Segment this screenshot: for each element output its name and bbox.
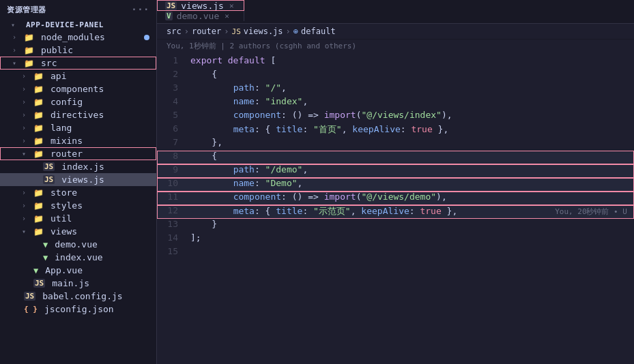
breadcrumb-router: router <box>192 27 221 36</box>
tree-item-label: lang <box>51 123 72 133</box>
tree-item-api[interactable]: ›📁api <box>0 70 156 82</box>
token: : () => <box>281 110 324 120</box>
line-number: 12 <box>157 205 188 215</box>
tree-item-node_modules[interactable]: ›📁node_modules <box>0 31 156 44</box>
project-root[interactable]: ▾ APP-DEVICE-PANEL <box>0 19 156 31</box>
token: : <box>302 124 313 134</box>
token <box>190 96 233 106</box>
line-content: path: "/demo", <box>188 164 634 175</box>
chevron-icon: › <box>22 124 30 132</box>
tree-item-jsconfig_json[interactable]: { }jsconfig.json <box>0 303 156 316</box>
tab-type-icon: JS <box>165 1 177 10</box>
tree-item-main_js[interactable]: JSmain.js <box>0 277 156 290</box>
line-content: }, <box>188 137 634 147</box>
token: }, <box>433 124 448 134</box>
token: component <box>233 110 281 120</box>
code-line: 14]; <box>157 232 634 246</box>
line-content: meta: { title: "首页", keepAlive: true }, <box>188 123 634 136</box>
tree-item-src[interactable]: ▾📁src <box>0 57 156 70</box>
token <box>190 124 233 134</box>
tab-views_js[interactable]: JS views.js ✕ <box>157 0 244 11</box>
token: keepAlive <box>352 124 400 134</box>
tree-item-views[interactable]: ▾📁views <box>0 225 156 238</box>
folder-icon: 📁 <box>33 227 44 237</box>
tree-item-label: demo.vue <box>55 239 98 249</box>
token: }, <box>442 206 457 216</box>
chevron-icon: › <box>22 98 30 106</box>
token: : <box>255 164 265 175</box>
tree-item-babel_config[interactable]: JSbabel.config.js <box>0 290 156 303</box>
token: name <box>233 96 255 106</box>
token <box>190 164 233 175</box>
tree-item-views_index[interactable]: ▼index.vue <box>0 251 156 264</box>
more-icon[interactable]: ··· <box>131 4 149 15</box>
tree-item-router_views[interactable]: JSviews.js <box>0 173 156 186</box>
tree-item-label: config <box>51 97 83 107</box>
token: true <box>411 124 432 134</box>
breadcrumb-symbol: default <box>301 27 336 36</box>
folder-icon: 📁 <box>33 110 44 120</box>
chevron-icon: › <box>12 46 20 54</box>
token: : () => <box>281 192 324 202</box>
token: : <box>255 178 265 188</box>
sidebar: 资源管理器 ··· ▾ APP-DEVICE-PANEL ›📁node_modu… <box>0 0 157 364</box>
tab-demo_vue[interactable]: V demo.vue ✕ <box>157 11 244 21</box>
tree-item-directives[interactable]: ›📁directives <box>0 108 156 121</box>
tree-item-public[interactable]: ›📁public <box>0 44 156 57</box>
folder-icon: 📁 <box>33 136 44 146</box>
tree-item-router[interactable]: ▾📁router <box>0 147 156 160</box>
tab-type-icon: V <box>165 12 173 20</box>
tree-item-label: store <box>51 187 77 198</box>
tree-item-router_index[interactable]: JSindex.js <box>0 160 156 173</box>
tab-close-icon[interactable]: ✕ <box>223 11 231 21</box>
token: export <box>190 55 222 65</box>
tree-item-styles[interactable]: ›📁styles <box>0 199 156 212</box>
tree-item-label: App.vue <box>45 265 83 275</box>
token <box>190 178 233 188</box>
chevron-icon: › <box>22 215 30 222</box>
line-number: 14 <box>157 232 188 243</box>
tab-label: views.js <box>181 1 224 11</box>
tree-item-util[interactable]: ›📁util <box>0 212 156 225</box>
line-content: ]; <box>188 232 634 243</box>
token <box>222 55 228 65</box>
token: "首页" <box>313 124 342 134</box>
tree-item-label: node_modules <box>41 32 105 42</box>
token: , <box>351 206 362 216</box>
tab-label: demo.vue <box>177 11 220 21</box>
tree-item-config[interactable]: ›📁config <box>0 95 156 108</box>
code-line: 2 { <box>157 69 634 82</box>
editor-area: JS views.js ✕ V demo.vue ✕ src › router … <box>157 0 634 364</box>
code-line: 12 meta: { title: "示范页", keepAlive: true… <box>157 205 634 219</box>
folder-icon: 📁 <box>33 188 44 198</box>
chevron-icon: ▾ <box>22 150 30 157</box>
tree-item-label: jsconfig.json <box>44 304 114 314</box>
token: : <box>401 124 412 134</box>
chevron-icon: ▾ <box>22 228 30 235</box>
token: : <box>255 96 265 106</box>
tree-items: ›📁node_modules›📁public▾📁src›📁api›📁compon… <box>0 31 156 316</box>
code-line: 5 component: () => import("@/views/index… <box>157 110 634 123</box>
tab-close-icon[interactable]: ✕ <box>228 1 235 11</box>
tree-item-lang[interactable]: ›📁lang <box>0 121 156 134</box>
tree-item-components[interactable]: ›📁components <box>0 82 156 95</box>
token: } <box>190 219 217 229</box>
tree-item-views_demo[interactable]: ▼demo.vue <box>0 238 156 251</box>
line-number: 9 <box>157 164 188 175</box>
line-number: 1 <box>157 55 188 65</box>
token: ( <box>356 110 362 120</box>
chevron-icon: › <box>22 202 30 209</box>
token: "/demo" <box>265 164 303 175</box>
tree-item-App_vue[interactable]: ▼App.vue <box>0 264 156 277</box>
code-editor[interactable]: 1export default [2 {3 path: "/",4 name: … <box>157 52 634 364</box>
tree-item-store[interactable]: ›📁store <box>0 186 156 199</box>
line-content: component: () => import("@/views/demo"), <box>188 192 634 202</box>
line-content: { <box>188 69 634 79</box>
chevron-icon: › <box>12 33 20 41</box>
token: : <box>302 206 313 216</box>
sidebar-header-icons: ··· <box>131 4 149 15</box>
token: name <box>233 178 255 188</box>
tree-item-mixins[interactable]: ›📁mixins <box>0 134 156 147</box>
line-content: name: "index", <box>188 96 634 106</box>
token: import <box>324 192 356 202</box>
